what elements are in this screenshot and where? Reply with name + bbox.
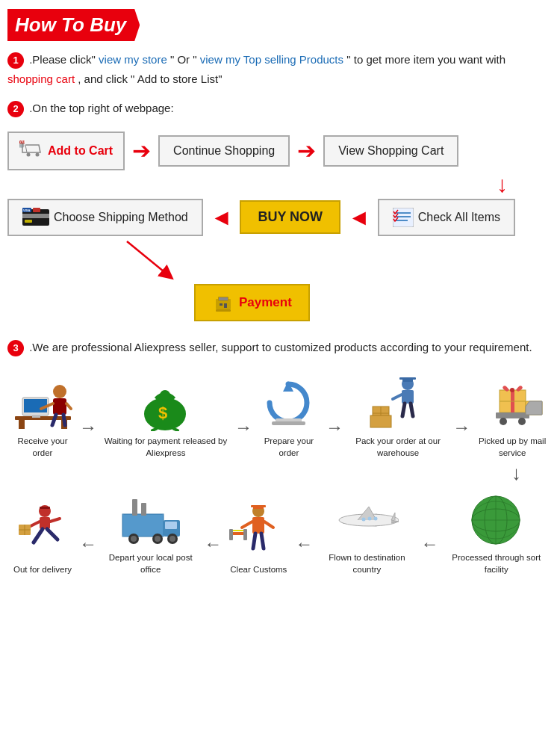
- svg-point-30: [53, 385, 66, 398]
- link-view-my-store[interactable]: view my store: [99, 53, 167, 66]
- svg-line-92: [242, 522, 252, 528]
- svg-line-93: [264, 522, 273, 528]
- process-down-arrow: ↓: [7, 462, 553, 485]
- arrow-diag-container: [7, 238, 553, 282]
- arrow-to-continue: ➔: [132, 140, 151, 162]
- arrow-from-check-all: ◄: [348, 206, 370, 229]
- customs-icon: [227, 504, 290, 560]
- process-row-2: Out for delivery ←: [7, 488, 553, 575]
- svg-rect-67: [40, 507, 50, 509]
- arrow-to-view-cart: ➔: [297, 140, 316, 162]
- process-row-1: Receive your order → $ Waiting for pay: [7, 371, 553, 459]
- process-label-sort: Processed through sort facility: [442, 551, 551, 575]
- svg-point-64: [518, 418, 526, 425]
- svg-point-102: [367, 517, 371, 521]
- payment-button[interactable]: Payment: [194, 284, 310, 321]
- svg-point-85: [155, 536, 161, 542]
- process-item-flown: Flown to destination country: [314, 488, 419, 575]
- check-all-items-button[interactable]: Check All Items: [378, 199, 515, 236]
- proc-arrow-r2-2: ←: [204, 534, 222, 554]
- step2-number: 2: [7, 101, 24, 117]
- svg-text:🛒: 🛒: [19, 144, 23, 148]
- svg-rect-79: [165, 522, 177, 529]
- proc-arrow-1: →: [79, 417, 97, 438]
- svg-text:VISA: VISA: [23, 208, 30, 212]
- continue-shopping-label: Continue Shopping: [173, 144, 275, 158]
- buy-now-button[interactable]: BUY NOW: [240, 200, 340, 234]
- continue-shopping-button[interactable]: Continue Shopping: [158, 135, 290, 167]
- delivery-icon: [11, 504, 75, 560]
- svg-line-95: [261, 534, 264, 548]
- svg-rect-91: [252, 517, 264, 534]
- svg-rect-12: [33, 208, 40, 212]
- process-label-pickup: Picked up by mail service: [473, 435, 551, 459]
- svg-rect-81: [141, 503, 146, 516]
- how-to-buy-header: How To Buy: [7, 9, 140, 41]
- arrow-from-buy-now: ◄: [211, 206, 233, 229]
- svg-point-61: [510, 388, 514, 392]
- step1-number: 1: [7, 52, 24, 69]
- arrow-down-1: ↓: [497, 173, 508, 196]
- svg-point-63: [500, 418, 507, 425]
- pickup-icon: [481, 375, 544, 431]
- sort-icon: [464, 492, 528, 548]
- svg-rect-29: [32, 415, 40, 418]
- svg-rect-99: [243, 529, 247, 540]
- view-shopping-cart-button[interactable]: View Shopping Cart: [323, 135, 458, 167]
- svg-rect-55: [370, 415, 391, 427]
- payment-label: Payment: [239, 295, 292, 310]
- process-label-delivery: Out for delivery: [13, 563, 72, 575]
- svg-point-101: [361, 518, 365, 522]
- step3-text: .We are professional Aliexpress seller, …: [29, 341, 532, 353]
- proc-arrow-r2-4: ←: [421, 534, 439, 554]
- proc-arrow-r2-3: ←: [295, 534, 313, 554]
- process-item-delivery: Out for delivery: [7, 500, 78, 575]
- process-item-prepare: Prepare your order: [254, 371, 324, 459]
- svg-rect-80: [132, 499, 137, 516]
- step2-block: 2 .On the top right of webpage:: [7, 99, 553, 118]
- svg-point-3: [36, 152, 40, 156]
- payment-icon: [212, 293, 234, 312]
- svg-rect-28: [24, 399, 47, 412]
- step3-block: 3 .We are professional Aliexpress seller…: [7, 338, 553, 357]
- waiting-icon: $: [134, 375, 197, 431]
- process-item-pack: Pack your order at our warehouse: [345, 371, 451, 459]
- svg-rect-25: [19, 420, 25, 429]
- link-shopping-cart[interactable]: shopping cart: [7, 72, 75, 85]
- step1-text-end: , and click " Add to store List": [78, 72, 222, 85]
- flow-row-2: VISA Choose Shipping Method ◄ BUY NOW ◄ …: [7, 199, 553, 236]
- arrow-diagonal: [119, 238, 179, 282]
- process-label-depart: Depart your local post office: [100, 551, 201, 575]
- choose-shipping-button[interactable]: VISA Choose Shipping Method: [7, 199, 203, 236]
- proc-arrow-r2-1: ←: [79, 534, 97, 554]
- svg-rect-76: [122, 514, 164, 537]
- depart-icon: [119, 492, 182, 548]
- svg-point-37: [160, 390, 170, 401]
- process-section: Receive your order → $ Waiting for pay: [7, 371, 553, 575]
- flow-row-3: Payment: [7, 284, 553, 321]
- link-top-selling[interactable]: view my Top selling Products: [200, 53, 343, 66]
- svg-line-94: [253, 534, 255, 548]
- process-item-customs: Clear Customs: [223, 500, 293, 575]
- process-label-prepare: Prepare your order: [255, 435, 323, 459]
- svg-rect-31: [53, 398, 66, 415]
- svg-line-40: [174, 429, 178, 430]
- svg-point-103: [373, 517, 377, 521]
- svg-point-2: [27, 152, 31, 156]
- add-to-cart-button[interactable]: VISA 🛒 Add to Cart: [7, 132, 125, 170]
- svg-rect-23: [216, 309, 231, 312]
- svg-rect-22: [224, 303, 227, 308]
- svg-line-72: [47, 529, 57, 540]
- process-item-receive: Receive your order: [7, 371, 78, 459]
- checklist-icon: [393, 208, 414, 227]
- proc-arrow-3: →: [326, 417, 343, 438]
- step1-block: 1 .Please click" view my store " Or " vi…: [7, 50, 553, 88]
- svg-line-50: [411, 404, 413, 416]
- svg-rect-20: [219, 297, 228, 300]
- process-label-pack: Pack your order at our warehouse: [346, 435, 449, 459]
- step3-number: 3: [7, 340, 24, 356]
- svg-rect-47: [402, 390, 414, 404]
- add-to-cart-label: Add to Cart: [48, 144, 113, 158]
- flow-section: VISA 🛒 Add to Cart ➔ Continue Shopping ➔…: [7, 132, 553, 321]
- receive-icon: [11, 375, 75, 431]
